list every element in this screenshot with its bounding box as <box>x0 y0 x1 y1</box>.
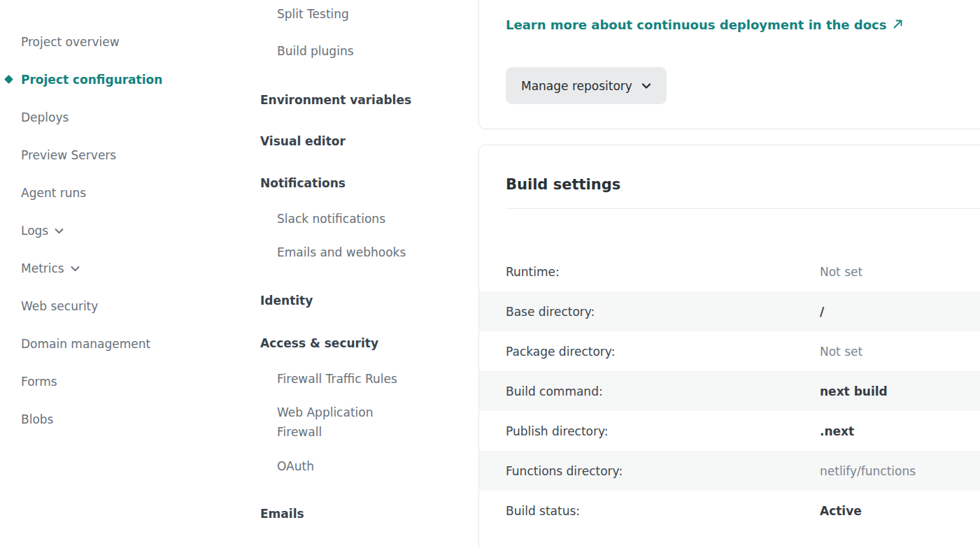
build-settings-card: Build settings Runtime: Not set Base dir… <box>478 145 980 548</box>
external-link-arrow-icon <box>893 17 903 33</box>
project-sidebar: Project overview Project configuration D… <box>0 0 245 438</box>
build-settings-title: Build settings <box>506 174 980 195</box>
configuration-subnav: Split Testing Build plugins Environment … <box>245 0 478 521</box>
row-label: Base directory: <box>506 305 820 319</box>
chevron-down-icon <box>55 228 64 234</box>
table-row-build-status: Build status: Active <box>479 491 980 531</box>
sidebar-item-label: Project overview <box>21 35 120 49</box>
row-label: Build command: <box>506 384 820 398</box>
subnav-item-environment-variables[interactable]: Environment variables <box>245 92 478 108</box>
subnav-item-build-plugins[interactable]: Build plugins <box>245 43 478 59</box>
sidebar-item-label: Logs <box>21 224 48 238</box>
subnav-item-oauth[interactable]: OAuth <box>245 459 478 474</box>
subnav-item-web-application-firewall[interactable]: Web Application Firewall <box>245 403 410 442</box>
table-row-publish-directory: Publish directory: .next <box>479 411 980 451</box>
row-label: Package directory: <box>506 345 820 359</box>
manage-repository-button[interactable]: Manage repository <box>506 67 667 104</box>
table-row-package-directory: Package directory: Not set <box>479 331 980 371</box>
continuous-deployment-card: Learn more about continuous deployment i… <box>478 0 980 129</box>
sidebar-item-label: Project configuration <box>21 73 162 87</box>
table-row-base-directory: Base directory: / <box>479 291 980 331</box>
subnav-item-notifications[interactable]: Notifications <box>245 175 478 191</box>
subnav-item-emails-and-webhooks[interactable]: Emails and webhooks <box>245 245 478 260</box>
sidebar-item-label: Web security <box>21 299 98 313</box>
subnav-item-visual-editor[interactable]: Visual editor <box>245 134 478 149</box>
table-row-build-command: Build command: next build <box>479 371 980 411</box>
sidebar-item-label: Metrics <box>21 261 64 275</box>
sidebar-item-preview-servers[interactable]: Preview Servers <box>0 136 245 174</box>
table-row-functions-directory: Functions directory: netlify/functions <box>479 451 980 491</box>
docs-link-label: Learn more about continuous deployment i… <box>506 17 886 33</box>
row-value: / <box>820 305 824 319</box>
build-settings-table: Runtime: Not set Base directory: / Packa… <box>479 252 980 531</box>
docs-link[interactable]: Learn more about continuous deployment i… <box>506 17 903 33</box>
row-label: Build status: <box>506 504 820 518</box>
sidebar-item-domain-management[interactable]: Domain management <box>0 325 245 363</box>
row-label: Publish directory: <box>506 424 820 438</box>
sidebar-item-metrics[interactable]: Metrics <box>0 250 245 287</box>
row-value: Active <box>820 504 862 518</box>
subnav-item-identity[interactable]: Identity <box>245 293 478 308</box>
sidebar-item-label: Forms <box>21 375 57 389</box>
sidebar-item-label: Blobs <box>21 412 53 426</box>
row-label: Functions directory: <box>506 464 820 478</box>
sidebar-item-logs[interactable]: Logs <box>0 212 245 250</box>
sidebar-item-agent-runs[interactable]: Agent runs <box>0 174 245 212</box>
heading-divider <box>506 208 980 209</box>
sidebar-item-web-security[interactable]: Web security <box>0 287 245 325</box>
sidebar-item-label: Agent runs <box>21 186 86 200</box>
subnav-item-split-testing[interactable]: Split Testing <box>245 6 478 22</box>
sidebar-item-blobs[interactable]: Blobs <box>0 401 245 438</box>
chevron-down-icon <box>641 82 651 89</box>
row-value: next build <box>820 384 888 398</box>
row-value: Not set <box>820 345 862 359</box>
manage-repository-label: Manage repository <box>521 79 632 93</box>
chevron-down-icon <box>71 266 80 272</box>
subnav-item-emails[interactable]: Emails <box>245 506 478 521</box>
row-label: Runtime: <box>506 265 820 279</box>
subnav-item-firewall-traffic-rules[interactable]: Firewall Traffic Rules <box>245 371 478 387</box>
sidebar-item-forms[interactable]: Forms <box>0 363 245 401</box>
sidebar-item-project-overview[interactable]: Project overview <box>0 23 245 61</box>
table-row-runtime: Runtime: Not set <box>479 252 980 291</box>
sidebar-item-label: Domain management <box>21 337 150 351</box>
sidebar-item-deploys[interactable]: Deploys <box>0 99 245 136</box>
row-value: .next <box>820 424 854 438</box>
subnav-item-slack-notifications[interactable]: Slack notifications <box>245 211 478 226</box>
active-diamond-icon <box>4 75 13 84</box>
sidebar-item-label: Preview Servers <box>21 148 116 162</box>
row-value: netlify/functions <box>820 464 916 478</box>
sidebar-item-project-configuration[interactable]: Project configuration <box>0 61 245 99</box>
subnav-item-access-security[interactable]: Access & security <box>245 336 478 351</box>
sidebar-item-label: Deploys <box>21 110 69 124</box>
row-value: Not set <box>820 265 862 279</box>
